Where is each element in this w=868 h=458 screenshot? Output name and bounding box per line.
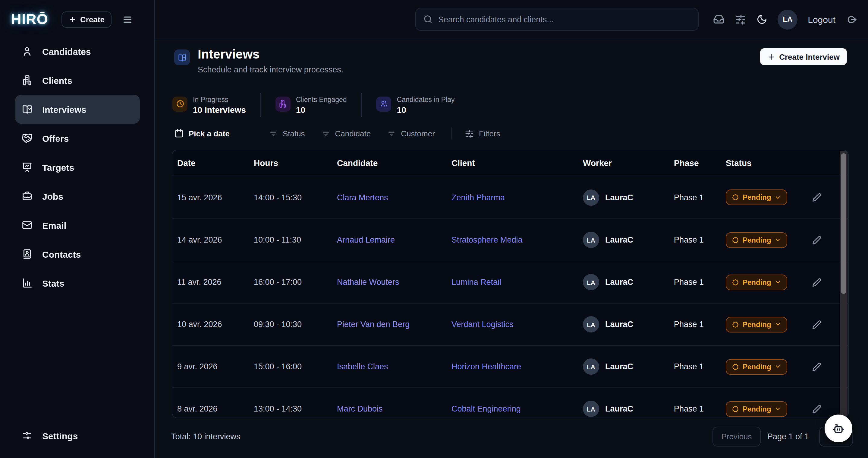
sidebar-item-label: Interviews	[42, 104, 87, 114]
inbox-icon[interactable]	[713, 13, 724, 25]
sidebar-item-jobs[interactable]: Jobs	[15, 182, 140, 210]
contact-book-icon	[22, 249, 33, 259]
sidebar-item-label: Contacts	[42, 249, 81, 259]
pending-circle-icon	[732, 236, 739, 244]
search-input[interactable]	[438, 15, 691, 24]
page-title: Interviews	[198, 47, 343, 61]
column-header-hours: Hours	[249, 158, 332, 168]
sidebar-item-clients[interactable]: Clients	[15, 66, 140, 95]
pending-circle-icon	[732, 279, 739, 286]
edit-button[interactable]	[807, 319, 841, 329]
date-cell: 9 avr. 2026	[173, 362, 249, 371]
sidebar-item-targets[interactable]: Targets	[15, 153, 140, 182]
sidebar-item-settings[interactable]: Settings	[15, 421, 140, 450]
hours-cell: 09:30 - 10:30	[249, 320, 332, 329]
filters-button[interactable]: Filters	[465, 129, 500, 138]
client-link[interactable]: Cobalt Engineering	[447, 404, 578, 413]
stat-label: Candidates in Play	[397, 96, 455, 103]
brand-logo: HIRŌ	[11, 11, 48, 28]
client-link[interactable]: Zenith Pharma	[447, 193, 578, 202]
client-link[interactable]: Lumina Retail	[447, 278, 578, 287]
candidate-filter[interactable]: Candidate	[321, 129, 371, 138]
create-button[interactable]: Create	[61, 11, 112, 27]
status-label: Pending	[743, 320, 771, 328]
create-button-label: Create	[80, 15, 104, 24]
sidebar-item-interviews[interactable]: Interviews	[15, 95, 140, 124]
stat-value: 10	[397, 105, 455, 114]
sidebar-item-label: Jobs	[42, 191, 63, 201]
status-dropdown[interactable]: Pending	[726, 274, 787, 290]
assistant-bot-button[interactable]	[825, 414, 852, 442]
hours-cell: 13:00 - 14:30	[249, 404, 332, 413]
pick-a-date-label: Pick a date	[189, 129, 230, 138]
sidebar-item-stats[interactable]: Stats	[15, 268, 140, 297]
worker-avatar: LA	[583, 359, 599, 375]
sidebar-item-label: Offers	[42, 133, 69, 143]
scrollbar-thumb[interactable]	[841, 153, 846, 294]
logout-icon[interactable]	[846, 13, 857, 25]
sidebar-item-contacts[interactable]: Contacts	[15, 239, 140, 268]
candidate-link[interactable]: Isabelle Claes	[332, 362, 447, 371]
users-icon	[376, 96, 392, 111]
stat-clients-engaged: Clients Engaged 10	[276, 96, 347, 114]
dark-mode-toggle-icon[interactable]	[756, 14, 767, 25]
edit-button[interactable]	[807, 362, 841, 371]
menu-icon[interactable]	[123, 14, 133, 24]
status-dropdown[interactable]: Pending	[726, 232, 787, 248]
status-dropdown[interactable]: Pending	[726, 359, 787, 374]
edit-button[interactable]	[807, 277, 841, 287]
candidate-link[interactable]: Nathalie Wouters	[332, 278, 447, 287]
sliders-icon	[465, 129, 474, 138]
total-count: Total: 10 interviews	[171, 432, 241, 441]
edit-button[interactable]	[807, 235, 841, 245]
page-subtitle: Schedule and track interview processes.	[198, 65, 343, 74]
presentation-icon	[22, 162, 33, 173]
pending-circle-icon	[732, 363, 739, 370]
table-row: 9 avr. 2026 15:00 - 16:00 Isabelle Claes…	[173, 345, 848, 388]
previous-page-button[interactable]: Previous	[712, 427, 761, 447]
building-icon	[276, 96, 290, 111]
candidate-link[interactable]: Clara Mertens	[332, 193, 447, 202]
bot-icon	[832, 422, 845, 435]
date-cell: 15 avr. 2026	[173, 193, 249, 202]
logout-button[interactable]: Logout	[808, 14, 835, 24]
status-filter[interactable]: Status	[269, 129, 305, 138]
pencil-icon	[812, 362, 822, 371]
briefcase-icon	[22, 191, 33, 202]
hours-cell: 10:00 - 11:30	[249, 235, 332, 245]
plus-icon	[767, 53, 775, 61]
edit-button[interactable]	[807, 193, 841, 202]
client-link[interactable]: Horizon Healthcare	[447, 362, 578, 371]
edit-button[interactable]	[807, 404, 841, 413]
candidate-link[interactable]: Pieter Van den Berg	[332, 320, 447, 329]
create-interview-button[interactable]: Create Interview	[760, 48, 847, 65]
status-dropdown[interactable]: Pending	[726, 316, 787, 332]
status-label: Pending	[743, 362, 771, 371]
chevron-down-icon	[775, 363, 781, 370]
pending-circle-icon	[732, 405, 739, 412]
table-row: 10 avr. 2026 09:30 - 10:30 Pieter Van de…	[173, 303, 848, 345]
column-header-client: Client	[447, 158, 578, 168]
sidebar-item-candidates[interactable]: Candidates	[15, 37, 140, 66]
divider	[361, 93, 362, 117]
status-label: Pending	[743, 236, 771, 244]
customer-filter[interactable]: Customer	[387, 129, 435, 138]
sidebar-nav: Candidates Clients Interviews Offers Tar…	[0, 37, 154, 297]
candidate-link[interactable]: Marc Dubois	[332, 404, 447, 413]
sidebar-item-offers[interactable]: Offers	[15, 124, 140, 153]
pick-a-date-button[interactable]: Pick a date	[174, 128, 230, 138]
status-dropdown[interactable]: Pending	[726, 401, 787, 417]
status-dropdown[interactable]: Pending	[726, 190, 787, 205]
client-link[interactable]: Stratosphere Media	[447, 235, 578, 245]
sidebar-item-email[interactable]: Email	[15, 210, 140, 239]
client-link[interactable]: Verdant Logistics	[447, 320, 578, 329]
pencil-icon	[812, 277, 822, 287]
phase-cell: Phase 1	[669, 362, 721, 371]
interviews-table: Date Hours Candidate Client Worker Phase…	[172, 150, 849, 418]
customer-filter-label: Customer	[401, 129, 435, 138]
sliders-icon[interactable]	[735, 13, 746, 25]
stat-label: In Progress	[193, 96, 246, 103]
table-scrollbar[interactable]	[840, 151, 847, 417]
candidate-link[interactable]: Arnaud Lemaire	[332, 235, 447, 245]
user-avatar[interactable]: LA	[778, 9, 798, 29]
